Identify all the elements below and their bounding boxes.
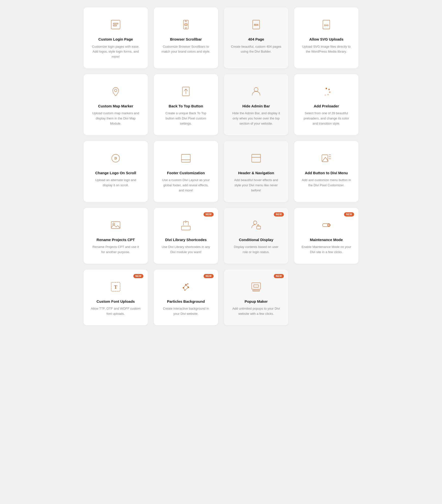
change-logo-on-scroll-icon: D xyxy=(108,151,123,166)
svg-rect-21 xyxy=(182,154,190,162)
feature-card-back-to-top-button[interactable]: Back To Top ButtonCreate a unique Back T… xyxy=(154,74,218,135)
card-description: Upload custom map markers and display th… xyxy=(90,111,141,126)
particles-background-icon xyxy=(179,279,193,294)
card-description: Allow TTF, OTF and WOFF custom font uplo… xyxy=(90,306,141,317)
card-title: 404 Page xyxy=(248,37,264,42)
feature-card-404-page[interactable]: 404404 PageCreate beautiful, custom 404 … xyxy=(224,7,288,68)
add-button-divi-menu-icon xyxy=(319,151,334,166)
card-description: Display contents based on user role or l… xyxy=(231,245,281,255)
feature-card-divi-library-shortcodes[interactable]: NEWDivi Library ShortcodesUse Divi Libra… xyxy=(154,208,218,264)
allow-svg-uploads-icon: SVG xyxy=(319,17,334,32)
custom-map-marker-icon xyxy=(108,84,123,99)
card-title: Custom Font Uploads xyxy=(97,299,135,304)
feature-card-maintenance-mode[interactable]: NEWMaintenance ModeEnable Maintenance Mo… xyxy=(294,208,358,264)
svg-line-47 xyxy=(185,287,188,290)
card-description: Use Divi Library shortcodes in any Divi … xyxy=(161,245,211,255)
svg-rect-33 xyxy=(257,226,260,229)
svg-rect-29 xyxy=(111,222,120,229)
new-badge: NEW xyxy=(204,212,214,216)
svg-point-10 xyxy=(114,89,117,92)
card-title: Particles Background xyxy=(167,299,205,304)
feature-card-change-logo-on-scroll[interactable]: DChange Logo On ScrollUpload an alternat… xyxy=(84,141,148,202)
svg-text:D: D xyxy=(114,157,117,160)
svg-rect-4 xyxy=(184,24,187,26)
svg-point-14 xyxy=(326,88,327,89)
card-description: Upload an alternate logo and display it … xyxy=(90,178,141,188)
card-description: Customize login pages with ease. Add log… xyxy=(90,44,141,59)
header-navigation-icon xyxy=(249,151,263,166)
card-title: Header & Navigation xyxy=(238,171,274,176)
svg-rect-1 xyxy=(113,23,118,24)
divi-library-shortcodes-icon xyxy=(179,218,193,233)
feature-grid: Custom Login PageCustomize login pages w… xyxy=(84,7,358,325)
svg-point-18 xyxy=(325,94,326,96)
card-description: Add unlimited popups to your Divi websit… xyxy=(231,306,281,317)
card-description: Create beautiful, custom 404 pages using… xyxy=(231,44,281,54)
new-badge: NEW xyxy=(274,212,284,216)
svg-text:404: 404 xyxy=(254,23,258,26)
svg-text:T: T xyxy=(114,284,117,290)
svg-rect-51 xyxy=(254,285,258,287)
feature-card-hide-admin-bar[interactable]: Hide Admin BarHide the Admin Bar, and di… xyxy=(224,74,288,135)
feature-card-custom-map-marker[interactable]: Custom Map MarkerUpload custom map marke… xyxy=(84,74,148,135)
card-title: Popup Maker xyxy=(245,299,268,304)
card-title: Add Button to Divi Menu xyxy=(305,171,348,176)
card-description: Use a custom Divi Layout as your global … xyxy=(161,178,211,193)
card-description: Add and customize menu button in the Div… xyxy=(301,178,352,188)
card-description: Enable Maintenance Mode on your Divi sit… xyxy=(301,245,352,255)
feature-card-custom-font-uploads[interactable]: NEWTCustom Font UploadsAllow TTF, OTF an… xyxy=(84,270,148,325)
feature-card-rename-projects-cpt[interactable]: Rename Projects CPTRename Projects CPT a… xyxy=(84,208,148,264)
card-description: Upload SVG image files directly to the W… xyxy=(301,44,352,54)
footer-customization-icon xyxy=(179,151,193,166)
svg-rect-0 xyxy=(111,20,120,29)
svg-point-32 xyxy=(254,221,257,224)
new-badge: NEW xyxy=(344,212,354,216)
maintenance-mode-icon xyxy=(319,218,334,233)
svg-point-17 xyxy=(327,94,329,95)
card-title: Hide Admin Bar xyxy=(242,104,270,108)
404-page-icon: 404 xyxy=(249,17,263,32)
svg-line-44 xyxy=(184,285,186,288)
svg-point-13 xyxy=(254,88,258,91)
feature-card-footer-customization[interactable]: Footer CustomizationUse a custom Divi La… xyxy=(154,141,218,202)
feature-card-custom-login-page[interactable]: Custom Login PageCustomize login pages w… xyxy=(84,7,148,68)
feature-card-add-button-divi-menu[interactable]: Add Button to Divi MenuAdd and customize… xyxy=(294,141,358,202)
card-description: Customize Browser Scrollbars to match yo… xyxy=(161,44,211,54)
svg-rect-31 xyxy=(182,226,190,230)
svg-rect-49 xyxy=(252,283,260,289)
card-title: Custom Login Page xyxy=(99,37,133,42)
conditional-display-icon xyxy=(249,218,263,233)
rename-projects-cpt-icon xyxy=(108,218,123,233)
card-description: Rename Projects CPT and use it for anoth… xyxy=(90,245,141,255)
card-title: Divi Library Shortcodes xyxy=(165,237,206,242)
feature-card-particles-background[interactable]: NEWParticles BackgroundCreate interactiv… xyxy=(154,270,218,325)
svg-rect-23 xyxy=(252,154,260,162)
card-description: Create interactive background in your Di… xyxy=(161,306,211,317)
card-title: Change Logo On Scroll xyxy=(95,171,136,176)
feature-card-popup-maker[interactable]: NEWPopup MakerAdd unlimited popups to yo… xyxy=(224,270,288,325)
svg-point-16 xyxy=(329,91,331,93)
card-title: Conditional Display xyxy=(239,237,273,242)
card-title: Back To Top Button xyxy=(169,104,203,108)
new-badge: NEW xyxy=(274,274,284,278)
card-title: Maintenance Mode xyxy=(310,237,343,242)
new-badge: NEW xyxy=(204,274,214,278)
card-title: Browser Scrollbar xyxy=(170,37,202,42)
card-title: Rename Projects CPT xyxy=(97,237,135,242)
card-description: Select from one of 28 beautiful preloade… xyxy=(301,111,352,126)
card-description: Create a unique Back To Top button with … xyxy=(161,111,211,126)
feature-card-allow-svg-uploads[interactable]: SVGAllow SVG UploadsUpload SVG image fil… xyxy=(294,7,358,68)
feature-card-header-navigation[interactable]: Header & NavigationAdd beautiful hover e… xyxy=(224,141,288,202)
feature-card-add-preloader[interactable]: Add PreloaderSelect from one of 28 beaut… xyxy=(294,74,358,135)
card-title: Allow SVG Uploads xyxy=(309,37,343,42)
card-title: Custom Map Marker xyxy=(98,104,133,108)
feature-card-conditional-display[interactable]: NEWConditional DisplayDisplay contents b… xyxy=(224,208,288,264)
svg-line-46 xyxy=(184,288,185,290)
browser-scrollbar-icon xyxy=(179,17,193,32)
card-description: Hide the Admin Bar, and display it only … xyxy=(231,111,281,126)
custom-login-page-icon xyxy=(108,17,123,32)
card-title: Add Preloader xyxy=(314,104,339,108)
svg-point-15 xyxy=(328,89,330,90)
svg-rect-50 xyxy=(253,290,259,291)
feature-card-browser-scrollbar[interactable]: Browser ScrollbarCustomize Browser Scrol… xyxy=(154,7,218,68)
